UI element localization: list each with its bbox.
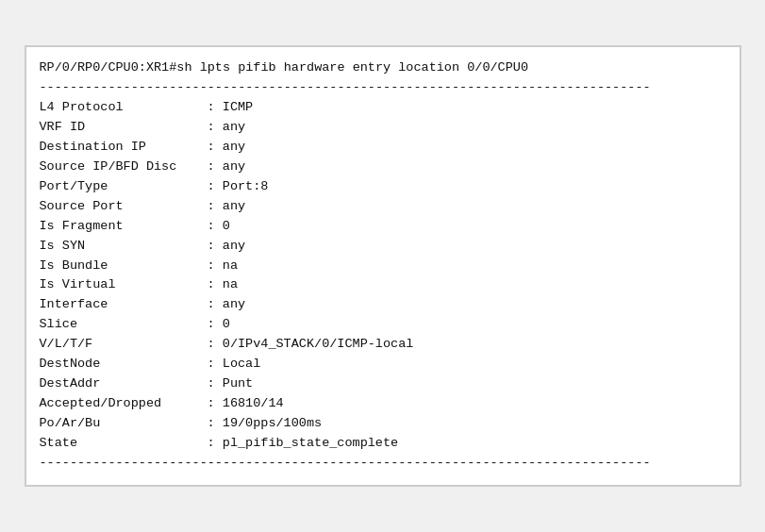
field-label: Destination IP bbox=[40, 138, 200, 158]
field-value: Punt bbox=[223, 374, 253, 394]
field-label: VRF ID bbox=[40, 118, 200, 138]
field-label: Is Virtual bbox=[40, 275, 200, 295]
terminal-container: RP/0/RP0/CPU0:XR1#sh lpts pifib hardware… bbox=[25, 45, 741, 486]
field-label: DestAddr bbox=[40, 374, 200, 394]
field-colon: : bbox=[200, 237, 223, 257]
field-colon: : bbox=[200, 118, 223, 138]
field-colon: : bbox=[200, 315, 223, 335]
field-row: Is SYN : any bbox=[40, 237, 726, 257]
field-row: Is Virtual : na bbox=[40, 275, 726, 295]
field-value: any bbox=[223, 197, 245, 217]
field-value: any bbox=[223, 295, 245, 315]
field-value: any bbox=[223, 138, 245, 158]
field-value: 16810/14 bbox=[223, 394, 284, 414]
field-label: Is Fragment bbox=[40, 217, 200, 237]
field-value: 19/0pps/100ms bbox=[223, 414, 322, 434]
field-row: DestNode : Local bbox=[40, 355, 726, 374]
field-row: Source Port : any bbox=[40, 197, 726, 217]
command-text: RP/0/RP0/CPU0:XR1#sh lpts pifib hardware… bbox=[40, 58, 528, 78]
field-row: Is Bundle : na bbox=[40, 257, 726, 276]
field-value: Port:8 bbox=[223, 177, 269, 197]
field-value: any bbox=[223, 158, 245, 177]
field-value: ICMP bbox=[223, 98, 253, 118]
field-label: Port/Type bbox=[40, 177, 200, 197]
field-value: na bbox=[223, 275, 238, 295]
fields-container: L4 Protocol : ICMPVRF ID : anyDestinatio… bbox=[40, 98, 726, 454]
field-label: State bbox=[40, 434, 200, 454]
field-value: 0/IPv4_STACK/0/ICMP-local bbox=[223, 335, 414, 355]
field-colon: : bbox=[200, 138, 223, 158]
field-row: V/L/T/F : 0/IPv4_STACK/0/ICMP-local bbox=[40, 335, 726, 355]
field-label: Po/Ar/Bu bbox=[40, 414, 200, 434]
field-colon: : bbox=[200, 374, 223, 394]
field-value: na bbox=[223, 257, 238, 276]
field-row: Destination IP : any bbox=[40, 138, 726, 158]
field-row: Source IP/BFD Disc : any bbox=[40, 158, 726, 177]
field-label: L4 Protocol bbox=[40, 98, 200, 118]
field-label: Is Bundle bbox=[40, 257, 200, 276]
field-row: Po/Ar/Bu : 19/0pps/100ms bbox=[40, 414, 726, 434]
field-label: V/L/T/F bbox=[40, 335, 200, 355]
command-line: RP/0/RP0/CPU0:XR1#sh lpts pifib hardware… bbox=[40, 58, 726, 78]
field-colon: : bbox=[200, 394, 223, 414]
field-value: pl_pifib_state_complete bbox=[223, 434, 398, 454]
field-label: Source Port bbox=[40, 197, 200, 217]
field-colon: : bbox=[200, 158, 223, 177]
field-row: State : pl_pifib_state_complete bbox=[40, 434, 726, 454]
field-colon: : bbox=[200, 217, 223, 237]
field-label: DestNode bbox=[40, 355, 200, 374]
field-colon: : bbox=[200, 434, 223, 454]
field-row: Interface : any bbox=[40, 295, 726, 315]
field-row: Port/Type : Port:8 bbox=[40, 177, 726, 197]
field-label: Interface bbox=[40, 295, 200, 315]
field-colon: : bbox=[200, 98, 223, 118]
field-label: Source IP/BFD Disc bbox=[40, 158, 200, 177]
field-colon: : bbox=[200, 257, 223, 276]
field-row: Slice : 0 bbox=[40, 315, 726, 335]
field-row: L4 Protocol : ICMP bbox=[40, 98, 726, 118]
field-colon: : bbox=[200, 275, 223, 295]
field-colon: : bbox=[200, 355, 223, 374]
field-colon: : bbox=[200, 177, 223, 197]
field-row: Is Fragment : 0 bbox=[40, 217, 726, 237]
field-value: 0 bbox=[223, 315, 230, 335]
field-colon: : bbox=[200, 414, 223, 434]
field-label: Accepted/Dropped bbox=[40, 394, 200, 414]
separator-bottom: ----------------------------------------… bbox=[40, 454, 726, 474]
field-value: 0 bbox=[223, 217, 230, 237]
field-row: Accepted/Dropped : 16810/14 bbox=[40, 394, 726, 414]
field-label: Is SYN bbox=[40, 237, 200, 257]
field-row: VRF ID : any bbox=[40, 118, 726, 138]
field-value: any bbox=[223, 118, 245, 138]
field-label: Slice bbox=[40, 315, 200, 335]
field-value: any bbox=[223, 237, 245, 257]
field-colon: : bbox=[200, 197, 223, 217]
field-colon: : bbox=[200, 335, 223, 355]
field-colon: : bbox=[200, 295, 223, 315]
separator-top: ----------------------------------------… bbox=[40, 78, 726, 98]
field-value: Local bbox=[223, 355, 261, 374]
field-row: DestAddr : Punt bbox=[40, 374, 726, 394]
